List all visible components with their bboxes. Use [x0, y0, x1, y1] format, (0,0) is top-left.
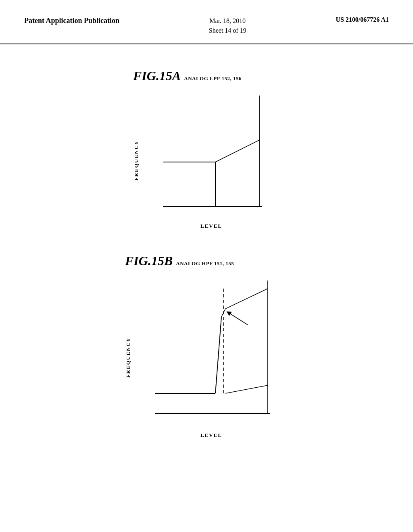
- svg-line-12: [227, 312, 248, 325]
- publication-sheet: Sheet 14 of 19: [209, 26, 246, 35]
- figure-15a: FIG.15A ANALOG LPF 152, 156 FREQUENCY: [133, 69, 280, 229]
- figure-15b-chart-area: LEVEL: [135, 276, 288, 438]
- svg-line-9: [215, 317, 221, 393]
- figure-15b-subtitle: ANALOG HPF 151, 155: [176, 260, 234, 267]
- figure-15a-label-row: FIG.15A ANALOG LPF 152, 156: [133, 69, 242, 83]
- figure-15a-id: FIG.15A: [133, 69, 181, 83]
- patent-number: US 2100/067726 A1: [336, 16, 389, 23]
- figure-15a-svg: [143, 91, 280, 220]
- figure-15b: FIG.15B ANALOG HPF 151, 155 FREQUENCY: [125, 254, 288, 438]
- main-content: FIG.15A ANALOG LPF 152, 156 FREQUENCY: [0, 44, 413, 463]
- figure-15a-chart-area: LEVEL: [143, 91, 280, 229]
- figure-15b-svg: [135, 276, 288, 430]
- publication-date: Mar. 18, 2010: [209, 16, 246, 26]
- svg-line-11: [225, 289, 268, 309]
- svg-line-10: [221, 309, 225, 317]
- figure-15b-y-label: FREQUENCY: [125, 337, 131, 378]
- figure-15b-id: FIG.15B: [125, 254, 173, 268]
- figure-15a-y-label: FREQUENCY: [133, 140, 140, 181]
- figure-15a-chart-wrapper: FREQUENCY LEVEL: [133, 91, 280, 229]
- publication-info: Mar. 18, 2010 Sheet 14 of 19: [209, 16, 246, 35]
- figure-15a-subtitle: ANALOG LPF 152, 156: [184, 75, 242, 82]
- page-header: Patent Application Publication Mar. 18, …: [0, 0, 413, 44]
- figure-15b-label-row: FIG.15B ANALOG HPF 151, 155: [125, 254, 234, 268]
- svg-line-4: [215, 140, 260, 162]
- svg-line-13: [225, 385, 268, 393]
- figure-15b-x-label: LEVEL: [135, 432, 288, 438]
- figure-15a-x-label: LEVEL: [143, 223, 280, 229]
- figure-15b-chart-wrapper: FREQUENCY: [125, 276, 288, 438]
- publication-title: Patent Application Publication: [24, 16, 119, 25]
